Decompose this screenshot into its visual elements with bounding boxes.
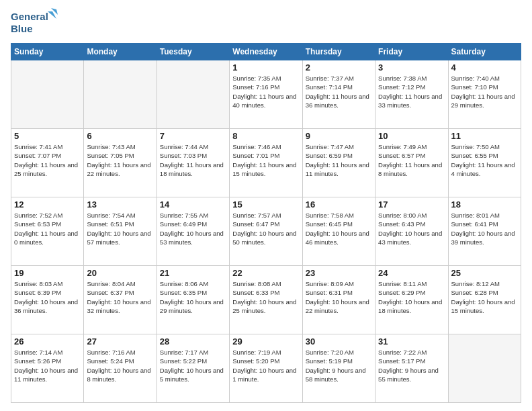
day-info: Sunrise: 7:49 AM Sunset: 6:57 PM Dayligh… [378,142,445,178]
day-number: 24 [378,268,445,278]
page: GeneralBlue SundayMondayTuesdayWednesday… [0,0,532,411]
logo-svg: GeneralBlue [11,8,58,38]
day-info: Sunrise: 8:03 AM Sunset: 6:39 PM Dayligh… [14,279,81,315]
calendar-cell: 19Sunrise: 8:03 AM Sunset: 6:39 PM Dayli… [11,266,84,334]
day-number: 7 [160,131,226,141]
calendar-cell: 26Sunrise: 7:14 AM Sunset: 5:26 PM Dayli… [11,334,84,403]
calendar-cell [157,60,229,129]
day-number: 5 [14,131,81,141]
day-info: Sunrise: 7:35 AM Sunset: 7:16 PM Dayligh… [232,74,299,109]
calendar-cell: 6Sunrise: 7:43 AM Sunset: 7:05 PM Daylig… [84,129,157,197]
calendar-cell: 27Sunrise: 7:16 AM Sunset: 5:24 PM Dayli… [84,334,157,403]
day-info: Sunrise: 7:17 AM Sunset: 5:22 PM Dayligh… [160,348,226,383]
day-info: Sunrise: 8:04 AM Sunset: 6:37 PM Dayligh… [87,279,153,315]
day-info: Sunrise: 7:54 AM Sunset: 6:51 PM Dayligh… [87,211,153,246]
day-number: 25 [451,268,518,278]
day-number: 19 [14,268,81,278]
calendar-cell: 30Sunrise: 7:20 AM Sunset: 5:19 PM Dayli… [302,334,375,403]
calendar-cell: 11Sunrise: 7:50 AM Sunset: 6:55 PM Dayli… [448,129,521,197]
day-info: Sunrise: 7:16 AM Sunset: 5:24 PM Dayligh… [87,348,153,383]
svg-text:General: General [11,11,48,22]
day-info: Sunrise: 8:12 AM Sunset: 6:28 PM Dayligh… [451,279,518,315]
day-info: Sunrise: 7:44 AM Sunset: 7:03 PM Dayligh… [160,142,226,178]
calendar-cell: 8Sunrise: 7:46 AM Sunset: 7:01 PM Daylig… [230,129,302,197]
calendar-cell: 10Sunrise: 7:49 AM Sunset: 6:57 PM Dayli… [375,129,448,197]
weekday-header-friday: Friday [375,44,448,60]
day-info: Sunrise: 7:58 AM Sunset: 6:45 PM Dayligh… [306,211,372,246]
calendar-cell: 7Sunrise: 7:44 AM Sunset: 7:03 PM Daylig… [157,129,229,197]
calendar-cell: 28Sunrise: 7:17 AM Sunset: 5:22 PM Dayli… [157,334,229,403]
svg-text:Blue: Blue [11,23,33,34]
day-number: 30 [306,336,372,347]
calendar-cell: 24Sunrise: 8:11 AM Sunset: 6:29 PM Dayli… [375,266,448,334]
calendar-week-1: 1Sunrise: 7:35 AM Sunset: 7:16 PM Daylig… [11,60,521,129]
weekday-header-tuesday: Tuesday [157,44,229,60]
day-number: 4 [451,62,518,73]
day-number: 11 [451,131,518,141]
weekday-header-thursday: Thursday [302,44,375,60]
calendar-cell [11,60,84,129]
day-number: 8 [232,131,299,141]
calendar-cell: 13Sunrise: 7:54 AM Sunset: 6:51 PM Dayli… [84,197,157,266]
day-number: 23 [306,268,372,278]
calendar-cell: 9Sunrise: 7:47 AM Sunset: 6:59 PM Daylig… [302,129,375,197]
day-info: Sunrise: 7:38 AM Sunset: 7:12 PM Dayligh… [378,74,445,109]
calendar-cell: 16Sunrise: 7:58 AM Sunset: 6:45 PM Dayli… [302,197,375,266]
day-info: Sunrise: 7:52 AM Sunset: 6:53 PM Dayligh… [14,211,81,246]
day-number: 6 [87,131,153,141]
calendar-week-3: 12Sunrise: 7:52 AM Sunset: 6:53 PM Dayli… [11,197,521,266]
calendar-cell: 14Sunrise: 7:55 AM Sunset: 6:49 PM Dayli… [157,197,229,266]
svg-marker-2 [48,11,56,19]
day-info: Sunrise: 7:37 AM Sunset: 7:14 PM Dayligh… [306,74,372,109]
day-info: Sunrise: 7:22 AM Sunset: 5:17 PM Dayligh… [378,348,445,383]
day-number: 29 [232,336,299,347]
day-info: Sunrise: 7:57 AM Sunset: 6:47 PM Dayligh… [232,211,299,246]
calendar-table: SundayMondayTuesdayWednesdayThursdayFrid… [11,43,521,403]
day-info: Sunrise: 8:11 AM Sunset: 6:29 PM Dayligh… [378,279,445,315]
day-info: Sunrise: 7:47 AM Sunset: 6:59 PM Dayligh… [306,142,372,178]
header: GeneralBlue [11,8,521,38]
day-number: 1 [232,62,299,73]
calendar-week-2: 5Sunrise: 7:41 AM Sunset: 7:07 PM Daylig… [11,129,521,197]
calendar-cell [448,334,521,403]
day-info: Sunrise: 7:20 AM Sunset: 5:19 PM Dayligh… [306,348,372,383]
weekday-header-wednesday: Wednesday [230,44,302,60]
calendar-cell [84,60,157,129]
calendar-cell: 20Sunrise: 8:04 AM Sunset: 6:37 PM Dayli… [84,266,157,334]
calendar-week-5: 26Sunrise: 7:14 AM Sunset: 5:26 PM Dayli… [11,334,521,403]
day-info: Sunrise: 8:01 AM Sunset: 6:41 PM Dayligh… [451,211,518,246]
calendar-cell: 5Sunrise: 7:41 AM Sunset: 7:07 PM Daylig… [11,129,84,197]
day-info: Sunrise: 8:08 AM Sunset: 6:33 PM Dayligh… [232,279,299,315]
day-number: 10 [378,131,445,141]
day-info: Sunrise: 7:55 AM Sunset: 6:49 PM Dayligh… [160,211,226,246]
calendar-cell: 15Sunrise: 7:57 AM Sunset: 6:47 PM Dayli… [230,197,302,266]
day-number: 22 [232,268,299,278]
day-number: 3 [378,62,445,73]
calendar-cell: 1Sunrise: 7:35 AM Sunset: 7:16 PM Daylig… [230,60,302,129]
day-number: 27 [87,336,153,347]
day-info: Sunrise: 7:41 AM Sunset: 7:07 PM Dayligh… [14,142,81,178]
day-number: 17 [378,199,445,210]
calendar-cell: 3Sunrise: 7:38 AM Sunset: 7:12 PM Daylig… [375,60,448,129]
calendar-cell: 12Sunrise: 7:52 AM Sunset: 6:53 PM Dayli… [11,197,84,266]
calendar-cell: 23Sunrise: 8:09 AM Sunset: 6:31 PM Dayli… [302,266,375,334]
day-info: Sunrise: 7:50 AM Sunset: 6:55 PM Dayligh… [451,142,518,178]
calendar-cell: 29Sunrise: 7:19 AM Sunset: 5:20 PM Dayli… [230,334,302,403]
day-info: Sunrise: 7:40 AM Sunset: 7:10 PM Dayligh… [451,74,518,109]
day-number: 31 [378,336,445,347]
day-number: 14 [160,199,226,210]
day-number: 13 [87,199,153,210]
calendar-week-4: 19Sunrise: 8:03 AM Sunset: 6:39 PM Dayli… [11,266,521,334]
weekday-header-saturday: Saturday [448,44,521,60]
weekday-header-sunday: Sunday [11,44,84,60]
day-number: 28 [160,336,226,347]
day-number: 16 [306,199,372,210]
day-number: 26 [14,336,81,347]
day-info: Sunrise: 7:46 AM Sunset: 7:01 PM Dayligh… [232,142,299,178]
day-number: 9 [306,131,372,141]
calendar-cell: 31Sunrise: 7:22 AM Sunset: 5:17 PM Dayli… [375,334,448,403]
day-info: Sunrise: 8:06 AM Sunset: 6:35 PM Dayligh… [160,279,226,315]
day-number: 21 [160,268,226,278]
day-info: Sunrise: 7:19 AM Sunset: 5:20 PM Dayligh… [232,348,299,383]
weekday-header-monday: Monday [84,44,157,60]
